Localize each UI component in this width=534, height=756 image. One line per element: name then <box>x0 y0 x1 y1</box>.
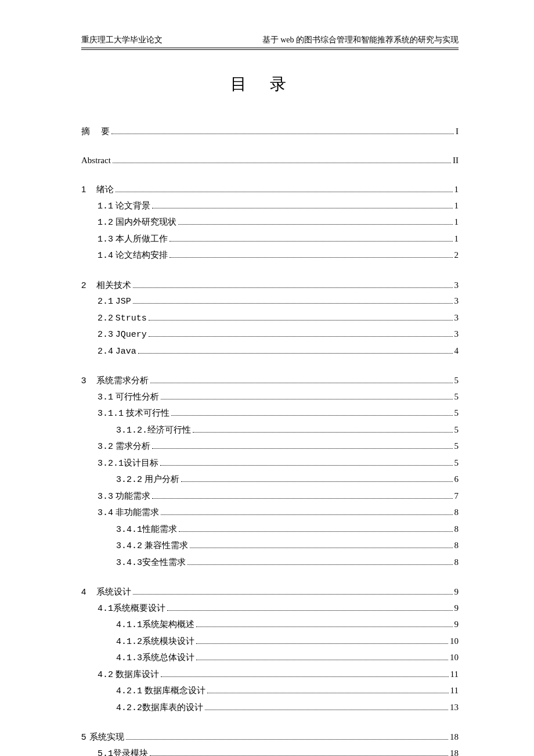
toc-leader-dots <box>111 134 454 134</box>
toc-leader-dots <box>138 353 453 354</box>
toc-entry: 3.2.2 用户分析 6 <box>116 472 459 488</box>
toc-label: 本人所做工作 <box>116 232 168 247</box>
toc-entry: 3.3 功能需求 7 <box>98 489 459 505</box>
toc-leader-dots <box>161 514 453 515</box>
toc-section-num: 2.2 <box>98 311 113 326</box>
toc-section-num: 4.2.2 <box>116 701 142 716</box>
toc-label: 论文结构安排 <box>116 248 168 263</box>
toc-page-num: 5 <box>454 439 459 454</box>
toc-label: 登录模块 <box>113 746 148 757</box>
toc-label: 系统实现 <box>89 730 124 745</box>
toc-section-num: 1.3 <box>98 232 113 247</box>
toc-chapter-num: 1 <box>81 182 86 197</box>
toc-section-num: 3.1 <box>98 390 113 405</box>
toc-entry-ch2: 2 相关技术 3 <box>81 278 459 293</box>
toc-label: 系统模块设计 <box>142 634 194 649</box>
toc-entry: 3.4 非功能需求 8 <box>98 505 459 521</box>
toc-section-num: 2.4 <box>98 344 113 359</box>
toc-leader-dots <box>160 465 452 466</box>
toc-entry: 2.2 Struts 3 <box>98 311 459 326</box>
toc-page-num: 6 <box>454 472 459 487</box>
toc-entry: 4.1.2 系统模块设计 10 <box>116 634 459 650</box>
toc-entry: 1.3 本人所做工作 1 <box>98 232 459 247</box>
toc-chapter-num: 4 <box>81 584 86 599</box>
toc-section-num: 4.1.3 <box>116 651 142 666</box>
toc-page-num: 1 <box>454 215 459 230</box>
toc-page-num: 5 <box>454 423 459 438</box>
toc-chapter-num: 3 <box>81 373 86 388</box>
toc-label: 用户分析 <box>145 472 179 487</box>
toc-page-num: 8 <box>454 555 459 570</box>
toc-label: 非功能需求 <box>116 505 159 520</box>
toc-leader-dots <box>169 241 453 242</box>
toc-section-num: 3.3 <box>98 489 113 505</box>
toc-entry: 3.2.1 设计目标 5 <box>98 456 459 471</box>
toc-section-num: 4.2 <box>98 668 113 683</box>
toc-label: 系统设计 <box>96 585 131 600</box>
toc-page-num: 11 <box>450 683 459 699</box>
toc-entry: 4.1.3 系统总体设计 10 <box>116 650 459 666</box>
toc-leader-dots <box>133 303 453 304</box>
toc-entry: 3.1.2. 经济可行性 5 <box>116 423 459 438</box>
toc-label: 设计目标 <box>124 456 158 471</box>
toc-page-num: 5 <box>454 406 459 421</box>
toc-entry: 2.4 Java 4 <box>98 344 459 359</box>
toc-entry-ch5: 5 系统实现 18 <box>81 729 459 745</box>
toc-page-num: 1 <box>454 182 459 197</box>
toc-label: 兼容性需求 <box>145 538 188 553</box>
toc-label: 需求分析 <box>116 439 150 454</box>
toc-section-num: 3.2.2 <box>116 473 142 488</box>
toc-label: 国内外研究现状 <box>116 215 176 230</box>
toc-label: 技术可行性 <box>126 406 169 421</box>
toc-entry: 4.2 数据库设计 11 <box>98 667 459 683</box>
toc-entry: 2.1 JSP 3 <box>98 294 459 309</box>
toc-label: 数据库概念设计 <box>145 683 205 699</box>
toc-entry: 1.2 国内外研究现状 1 <box>98 215 459 231</box>
toc-entry-ch3: 3 系统需求分析 5 <box>81 373 459 388</box>
toc-section-num: 2.1 <box>98 294 113 309</box>
toc-leader-dots <box>152 498 453 499</box>
toc-page-num: 9 <box>454 617 459 632</box>
toc-leader-dots <box>179 531 452 532</box>
toc-entry-ch1: 1 绪论 1 <box>81 182 459 197</box>
toc-page-num: 5 <box>454 373 459 388</box>
toc-page-num: 8 <box>454 505 459 520</box>
toc-section-num: 1.2 <box>98 215 113 231</box>
table-of-contents: 摘 要 I Abstract II 1 绪论 1 1.1 论文背景 1 1.2 <box>81 124 459 756</box>
toc-leader-dots <box>150 383 452 383</box>
toc-chapter-num: 2 <box>81 278 86 293</box>
toc-leader-dots <box>113 163 451 163</box>
toc-page-num: 8 <box>454 522 459 537</box>
toc-leader-dots <box>152 448 453 449</box>
toc-label: JSP <box>116 294 131 309</box>
toc-label: 安全性需求 <box>142 555 186 570</box>
toc-leader-dots <box>193 432 452 433</box>
toc-leader-dots <box>133 287 452 288</box>
toc-entry-ch4: 4 系统设计 9 <box>81 584 459 600</box>
toc-section-num: 1.1 <box>98 199 113 214</box>
toc-leader-dots <box>190 548 453 548</box>
toc-page-num: II <box>453 153 459 168</box>
toc-leader-dots <box>150 755 448 756</box>
toc-section-num: 3.1.2. <box>116 423 147 438</box>
toc-entry-abstract-en: Abstract II <box>81 153 459 168</box>
toc-entry: 5.1 登录模块 18 <box>98 746 459 757</box>
toc-page-num: 11 <box>450 667 459 682</box>
toc-page-num: 5 <box>454 390 459 405</box>
toc-leader-dots <box>169 257 453 258</box>
toc-page-num: 3 <box>454 311 459 326</box>
toc-leader-dots <box>187 564 452 565</box>
toc-entry: 3.4.1 性能需求 8 <box>116 522 459 538</box>
toc-page-num: 1 <box>454 199 459 214</box>
toc-leader-dots <box>133 594 452 595</box>
toc-label: 数据库表的设计 <box>142 700 203 715</box>
header-rule-thick <box>81 48 459 48</box>
toc-label: 系统架构概述 <box>142 617 194 632</box>
header-right-text: 基于 web 的图书综合管理和智能推荐系统的研究与实现 <box>262 35 459 45</box>
toc-entry: 1.4 论文结构安排 2 <box>98 248 459 264</box>
toc-label: 功能需求 <box>116 489 150 504</box>
toc-leader-dots <box>161 676 449 677</box>
header-left-text: 重庆理工大学毕业论文 <box>81 35 163 45</box>
toc-section-num: 3.2 <box>98 440 113 455</box>
toc-page-num: 9 <box>454 585 459 600</box>
